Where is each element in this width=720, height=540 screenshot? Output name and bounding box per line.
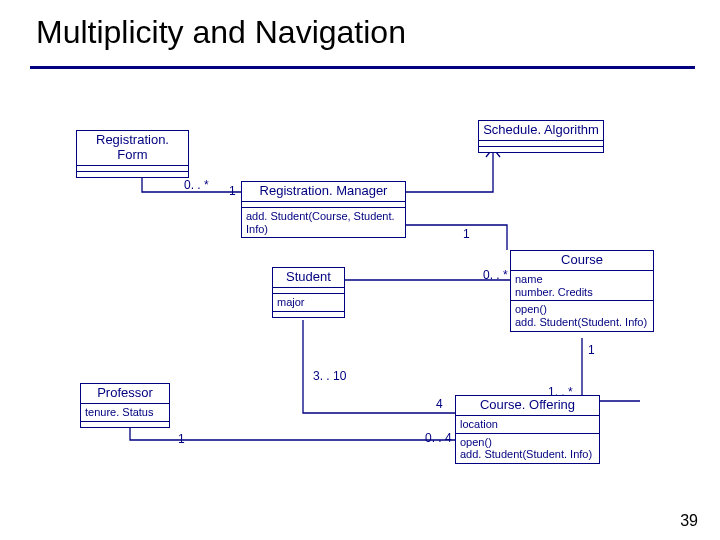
class-name: Course (511, 251, 653, 270)
multiplicity-label: 0. . * (184, 178, 209, 192)
class-empty-section (77, 171, 188, 177)
class-name: Course. Offering (456, 396, 599, 415)
class-course-offering: Course. Offering location open() add. St… (455, 395, 600, 464)
class-attributes: name number. Credits (511, 270, 653, 300)
class-student: Student major (272, 267, 345, 318)
multiplicity-label: 1 (178, 432, 185, 446)
class-operation: add. Student(Course, Student. Info) (242, 207, 405, 237)
multiplicity-label: 0. . * (483, 268, 508, 282)
class-attribute: name (515, 273, 649, 286)
multiplicity-label: 1. . * (548, 385, 573, 399)
multiplicity-label: 4 (436, 397, 443, 411)
class-name: Registration. Form (77, 131, 188, 165)
multiplicity-label: 1 (588, 343, 595, 357)
class-operation: open() (515, 303, 649, 316)
class-attribute: major (273, 293, 344, 311)
class-registration-manager: Registration. Manager add. Student(Cours… (241, 181, 406, 238)
class-schedule-algorithm: Schedule. Algorithm (478, 120, 604, 153)
title-rule (30, 66, 695, 69)
class-operation: add. Student(Student. Info) (460, 448, 595, 461)
class-course: Course name number. Credits open() add. … (510, 250, 654, 332)
class-name: Registration. Manager (242, 182, 405, 201)
class-registration-form: Registration. Form (76, 130, 189, 178)
class-name: Student (273, 268, 344, 287)
page-number: 39 (680, 512, 698, 530)
class-name: Schedule. Algorithm (479, 121, 603, 140)
class-operations: open() add. Student(Student. Info) (456, 433, 599, 463)
class-empty-section (273, 311, 344, 317)
slide-title: Multiplicity and Navigation (36, 14, 406, 51)
class-attribute: location (456, 415, 599, 433)
class-attribute: tenure. Status (81, 403, 169, 421)
multiplicity-label: 1 (229, 184, 236, 198)
multiplicity-label: 0. . 4 (425, 431, 452, 445)
class-empty-section (479, 146, 603, 152)
class-operation: add. Student(Student. Info) (515, 316, 649, 329)
class-professor: Professor tenure. Status (80, 383, 170, 428)
multiplicity-label: 1 (463, 227, 470, 241)
class-attribute: number. Credits (515, 286, 649, 299)
multiplicity-label: 3. . 10 (313, 369, 346, 383)
class-empty-section (81, 421, 169, 427)
class-name: Professor (81, 384, 169, 403)
class-operations: open() add. Student(Student. Info) (511, 300, 653, 330)
class-operation: open() (460, 436, 595, 449)
